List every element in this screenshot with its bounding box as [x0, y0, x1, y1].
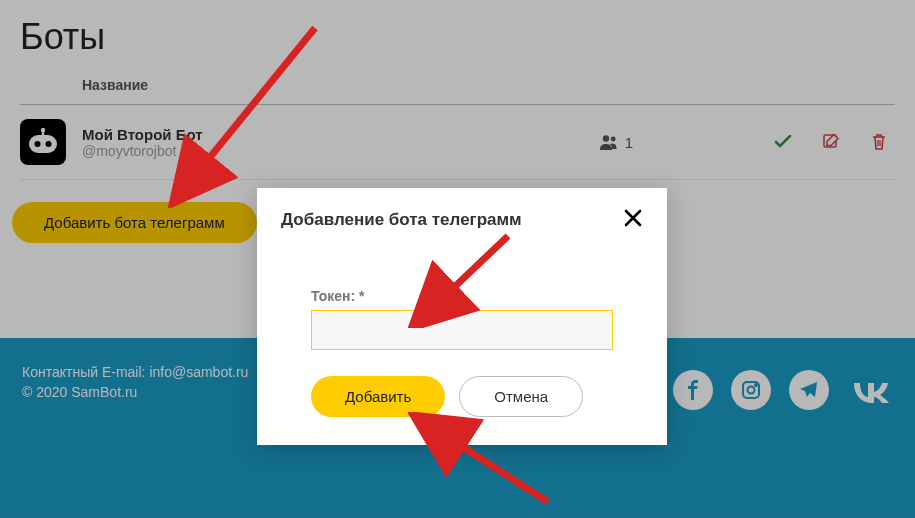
close-icon[interactable]: [623, 208, 643, 232]
modal-title: Добавление бота телеграмм: [281, 210, 522, 230]
page-root: Боты Название Мой Второй Бот @moyvtorojb…: [0, 0, 915, 518]
modal-add-button[interactable]: Добавить: [311, 376, 445, 417]
modal-cancel-button[interactable]: Отмена: [459, 376, 583, 417]
modal-header: Добавление бота телеграмм: [281, 208, 643, 232]
add-bot-modal: Добавление бота телеграмм Токен: * Добав…: [257, 188, 667, 445]
modal-actions: Добавить Отмена: [311, 376, 613, 417]
modal-body: Токен: * Добавить Отмена: [281, 288, 643, 417]
token-label: Токен: *: [311, 288, 613, 304]
token-input[interactable]: [311, 310, 613, 350]
